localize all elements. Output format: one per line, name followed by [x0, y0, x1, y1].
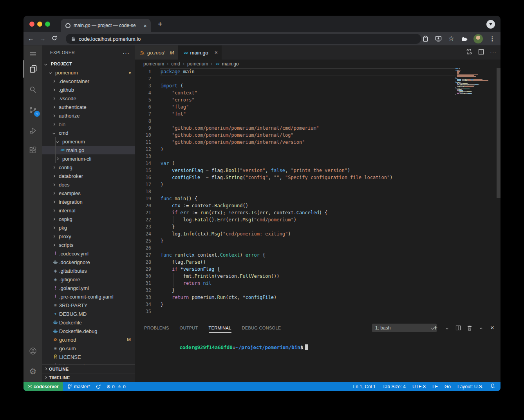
indentation[interactable]: Tab Size: 4: [383, 384, 406, 389]
close-window-button[interactable]: [29, 22, 34, 27]
open-changes-icon[interactable]: [466, 49, 472, 56]
remote-indicator[interactable]: >< codeserver: [23, 382, 63, 391]
keyboard-layout[interactable]: Layout: U.S.: [457, 384, 483, 389]
workspace-section-project[interactable]: PROJECT: [42, 60, 135, 68]
code-line[interactable]: 35: [135, 308, 501, 315]
tree-item-main-go[interactable]: -GOmain.go: [42, 146, 135, 154]
code-line[interactable]: 3import (: [135, 82, 501, 89]
cursor-position[interactable]: Ln 1, Col 1: [353, 384, 376, 389]
tree-item-databroker[interactable]: databroker: [42, 172, 135, 180]
tree-item--vscode[interactable]: .vscode: [42, 94, 135, 103]
code-line[interactable]: 25}: [135, 237, 501, 244]
tab-output[interactable]: OUTPUT: [180, 323, 198, 333]
tree-item-cmd[interactable]: cmd: [42, 129, 135, 137]
tree-item-lichen-yaml[interactable]: !lichen.yaml: [42, 361, 135, 364]
code-line[interactable]: 8: [135, 118, 501, 125]
fullscreen-window-button[interactable]: [45, 22, 50, 27]
code-line[interactable]: 33 return pomerium.Run(ctx, *configFile): [135, 294, 501, 301]
bookmark-star-icon[interactable]: ☆: [448, 35, 455, 42]
maximize-panel-icon[interactable]: [477, 324, 484, 331]
code-line[interactable]: 22 log.Fatal().Err(err).Msg("cmd/pomeriu…: [135, 216, 501, 223]
notifications-bell-icon[interactable]: [490, 383, 495, 390]
tree-item-pomerium-cli[interactable]: pomerium-cli: [42, 154, 135, 163]
code-line[interactable]: 12): [135, 146, 501, 153]
outline-section[interactable]: OUTLINE: [42, 364, 135, 373]
breadcrumb-item[interactable]: cmd: [171, 61, 180, 67]
breadcrumb-item[interactable]: pomerium: [187, 61, 208, 67]
extensions-icon[interactable]: [23, 142, 42, 159]
code-line[interactable]: 28 flag.Parse(): [135, 259, 501, 266]
tree-item-pkg[interactable]: pkg: [42, 223, 135, 232]
tree-item--github[interactable]: .github: [42, 85, 135, 94]
tree-item--dockerignore[interactable]: .dockerignore: [42, 258, 135, 266]
tree-item-authorize[interactable]: authorize: [42, 111, 135, 120]
tree-item-examples[interactable]: examples: [42, 189, 135, 197]
forward-button[interactable]: →: [37, 35, 49, 42]
tree-item-bin[interactable]: bin: [42, 120, 135, 129]
code-line[interactable]: 15 versionFlag = flag.Bool("version", fa…: [135, 167, 501, 174]
tab-terminal[interactable]: TERMINAL: [209, 323, 231, 333]
code-line[interactable]: 20 ctx := context.Background(): [135, 202, 501, 209]
code-line[interactable]: 13: [135, 153, 501, 160]
split-terminal-icon[interactable]: [455, 324, 462, 331]
install-app-icon[interactable]: [435, 35, 442, 42]
code-line[interactable]: 31 return nil: [135, 280, 501, 287]
minimap[interactable]: [455, 68, 497, 321]
code-line[interactable]: 34}: [135, 301, 501, 308]
code-line[interactable]: 18: [135, 188, 501, 195]
editor-more-actions-icon[interactable]: ···: [490, 49, 497, 56]
tree-item-go-mod[interactable]: go.modM: [42, 335, 135, 344]
browser-tab[interactable]: main.go — project — code-serv ×: [61, 19, 151, 32]
browser-menu-dots-icon[interactable]: ⋮: [489, 35, 496, 42]
search-icon[interactable]: [23, 81, 42, 98]
code-line[interactable]: 7 "fmt": [135, 110, 501, 118]
tree-item--gitignore[interactable]: ◈.gitignore: [42, 275, 135, 284]
breadcrumb[interactable]: pomerium › cmd › pomerium › -GO main.go: [135, 60, 501, 68]
code-line[interactable]: 17): [135, 181, 501, 188]
code-line[interactable]: 21 if err := run(ctx); !errors.Is(err, c…: [135, 209, 501, 216]
code-line[interactable]: 2: [135, 75, 501, 82]
code-line[interactable]: 10 "github.com/pomerium/pomerium/interna…: [135, 132, 501, 139]
clipboard-icon[interactable]: [422, 35, 429, 42]
split-editor-icon[interactable]: [478, 49, 484, 56]
tree-item-docs[interactable]: docs: [42, 180, 135, 189]
code-line[interactable]: 11 "github.com/pomerium/pomerium/interna…: [135, 139, 501, 146]
sync-changes-button[interactable]: [93, 382, 104, 391]
code-line[interactable]: 14var (: [135, 160, 501, 167]
tree-item-integration[interactable]: integration: [42, 197, 135, 206]
tree-item-pomerium[interactable]: pomerium: [42, 137, 135, 146]
tab-go-mod[interactable]: go.mod M: [135, 45, 178, 60]
code-line[interactable]: 32 }: [135, 287, 501, 294]
tree-item--codecov-yml[interactable]: !.codecov.yml: [42, 249, 135, 258]
editor-scrollbar[interactable]: [497, 68, 501, 198]
tree-item-internal[interactable]: internal: [42, 206, 135, 215]
eol-sequence[interactable]: LF: [432, 384, 438, 389]
sidebar-more-actions-icon[interactable]: ···: [123, 49, 130, 56]
extensions-puzzle-icon[interactable]: [461, 35, 468, 42]
tree-item-config[interactable]: config: [42, 163, 135, 172]
tab-search-button[interactable]: [486, 20, 495, 29]
tree-item-proxy[interactable]: proxy: [42, 232, 135, 241]
new-tab-button[interactable]: +: [158, 20, 163, 29]
tree-item--pre-commit-config-yaml[interactable]: !.pre-commit-config.yaml: [42, 292, 135, 301]
code-line[interactable]: 5 "errors": [135, 96, 501, 103]
new-terminal-icon[interactable]: +: [432, 324, 439, 331]
language-mode[interactable]: Go: [444, 384, 451, 389]
code-line[interactable]: 4 "context": [135, 89, 501, 96]
code-line[interactable]: 27func run(ctx context.Context) error {: [135, 252, 501, 259]
source-control-icon[interactable]: 1: [23, 101, 42, 119]
problems-status[interactable]: ⊗ 0 ⚠ 0: [104, 382, 128, 391]
account-icon[interactable]: [23, 342, 42, 360]
tree-item--golangci-yml[interactable]: !.golangci.yml: [42, 284, 135, 292]
tab-close-icon[interactable]: ×: [215, 49, 218, 56]
profile-avatar[interactable]: [473, 34, 483, 43]
tree-item-debug-md[interactable]: ▼DEBUG.MD: [42, 310, 135, 318]
code-line[interactable]: 6 "flag": [135, 103, 501, 110]
settings-gear-icon[interactable]: ⚙: [23, 362, 42, 380]
tab-main-go[interactable]: -GO main.go ×: [178, 45, 222, 60]
terminal-dropdown-icon[interactable]: [443, 324, 450, 331]
tab-close-icon[interactable]: ×: [143, 23, 147, 29]
tree-item-license[interactable]: LICENSE: [42, 353, 135, 361]
code-line[interactable]: 29 if *versionFlag {: [135, 266, 501, 273]
tree-item-authenticate[interactable]: authenticate: [42, 103, 135, 111]
